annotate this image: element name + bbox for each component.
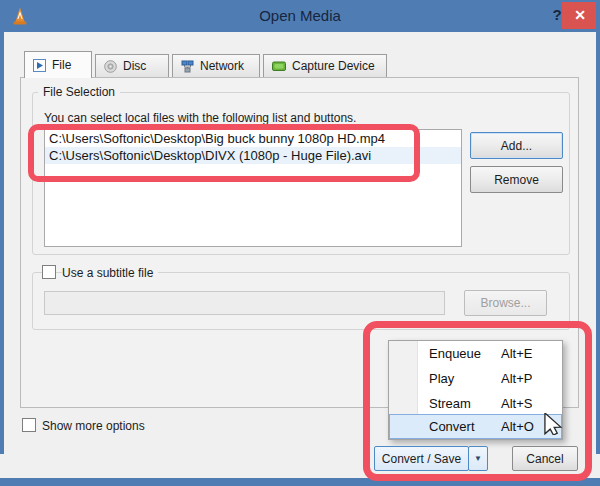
- menu-item-label: Convert: [429, 414, 475, 439]
- titlebar: Open Media ? ✕: [0, 0, 600, 32]
- convert-save-dropdown-menu: Enqueue Alt+E Play Alt+P Stream Alt+S Co…: [388, 340, 563, 440]
- tab-network[interactable]: Network: [172, 54, 260, 78]
- convert-save-dropdown-arrow-icon[interactable]: ▼: [468, 446, 488, 471]
- red-highlight-box-files: [28, 124, 420, 182]
- menu-item-enqueue[interactable]: Enqueue Alt+E: [389, 341, 562, 366]
- file-selection-description: You can select local files with the foll…: [44, 111, 356, 125]
- convert-save-button[interactable]: Convert / Save: [374, 446, 469, 471]
- menu-item-label: Enqueue: [429, 341, 481, 366]
- open-media-dialog: Open Media ? ✕ File Disc Network: [0, 0, 600, 486]
- menu-item-shortcut: Alt+S: [501, 391, 532, 416]
- menu-item-shortcut: Alt+E: [501, 341, 532, 366]
- file-selection-legend: File Selection: [38, 85, 120, 99]
- tab-capture-device-label: Capture Device: [292, 59, 375, 73]
- subtitle-path-input: [44, 291, 445, 315]
- menu-item-shortcut: Alt+O: [501, 414, 534, 439]
- menu-item-stream[interactable]: Stream Alt+S: [389, 391, 562, 416]
- show-more-options-label: Show more options: [42, 419, 145, 433]
- show-more-options-checkbox[interactable]: [22, 418, 36, 432]
- menu-item-play[interactable]: Play Alt+P: [389, 366, 562, 391]
- disc-icon: [104, 60, 117, 73]
- mouse-cursor-icon: [543, 413, 563, 435]
- window-title: Open Media: [0, 0, 600, 32]
- tab-file-label: File: [52, 58, 71, 72]
- subtitle-checkbox[interactable]: [42, 265, 56, 279]
- file-play-icon: [33, 59, 46, 72]
- remove-button[interactable]: Remove: [470, 166, 563, 193]
- subtitle-checkbox-label: Use a subtitle file: [62, 266, 158, 280]
- capture-device-icon: [272, 60, 286, 73]
- tab-file[interactable]: File: [24, 51, 92, 78]
- window-border: [0, 0, 4, 454]
- close-button[interactable]: ✕: [562, 2, 598, 29]
- tab-capture-device[interactable]: Capture Device: [263, 54, 387, 78]
- add-button[interactable]: Add...: [470, 132, 563, 159]
- browse-button: Browse...: [464, 290, 547, 316]
- menu-item-shortcut: Alt+P: [501, 366, 532, 391]
- menu-item-label: Stream: [429, 391, 471, 416]
- menu-item-label: Play: [429, 366, 454, 391]
- menu-item-convert[interactable]: Convert Alt+O: [389, 414, 562, 439]
- window-border: [596, 0, 600, 454]
- tab-network-label: Network: [200, 59, 244, 73]
- tab-disc-label: Disc: [123, 59, 146, 73]
- tab-disc[interactable]: Disc: [95, 54, 169, 78]
- cancel-button[interactable]: Cancel: [512, 446, 578, 471]
- network-icon: [181, 60, 194, 73]
